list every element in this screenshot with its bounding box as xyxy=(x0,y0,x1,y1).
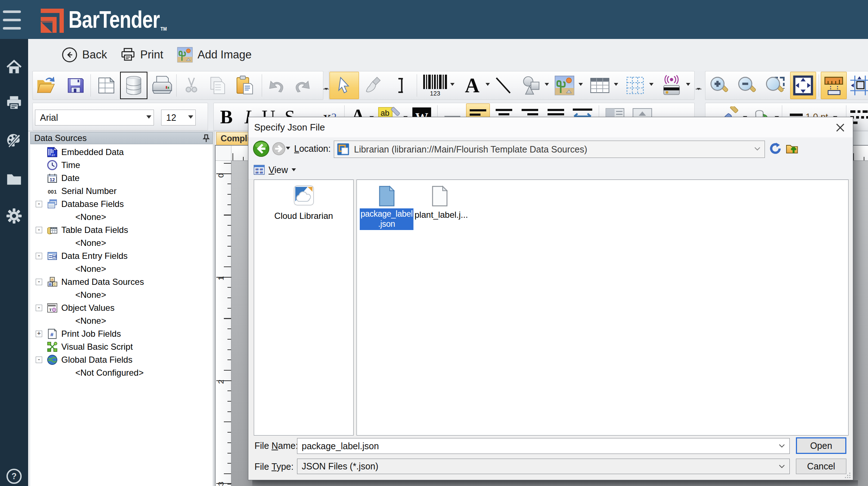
svg-text:ab: ab xyxy=(381,109,389,118)
tree-item-object-values-none[interactable]: <None> xyxy=(30,314,213,327)
file-item-package-label-json[interactable]: package_label .json xyxy=(360,186,413,230)
collapse-icon[interactable]: - xyxy=(36,305,42,311)
tree-item-serial-number[interactable]: Serial Number xyxy=(30,185,213,198)
font-family-select[interactable]: Arial xyxy=(35,110,154,125)
format-painter-button[interactable] xyxy=(362,75,387,96)
text-cursor-tool-button[interactable] xyxy=(391,75,411,96)
paste-button[interactable] xyxy=(233,75,257,96)
grid-dropdown-icon[interactable] xyxy=(649,83,654,86)
collapse-icon[interactable]: - xyxy=(36,227,42,233)
resize-grip[interactable] xyxy=(845,473,851,478)
collapse-icon[interactable]: - xyxy=(36,279,42,285)
image-tool-button[interactable] xyxy=(553,74,576,97)
cut-button[interactable] xyxy=(181,75,201,96)
tree-item-named-data-sources-none[interactable]: <None> xyxy=(30,288,213,301)
shape-tool-button[interactable] xyxy=(517,74,543,97)
folder-up-icon[interactable] xyxy=(785,142,799,155)
table-dropdown-icon[interactable] xyxy=(614,83,618,86)
location-dropdown-icon[interactable] xyxy=(754,147,760,151)
gear-icon[interactable] xyxy=(6,208,22,224)
table-tool-button[interactable] xyxy=(587,74,613,97)
collapse-icon[interactable]: - xyxy=(36,253,42,259)
location-input[interactable]: Librarian (librarian://Main/Flourish Tem… xyxy=(334,141,765,158)
close-icon[interactable] xyxy=(833,122,847,134)
barcode-dropdown-icon[interactable] xyxy=(450,83,455,86)
tree-item-embedded-data[interactable]: Embedded Data xyxy=(30,146,213,159)
visual-basic-script-icon xyxy=(47,341,58,352)
tree-item-database-fields-none[interactable]: <None> xyxy=(30,211,213,224)
home-icon[interactable] xyxy=(6,59,22,75)
tree-item-print-job-fields[interactable]: + Print Job Fields xyxy=(30,327,213,340)
font-size-select[interactable]: 12 xyxy=(161,110,196,125)
expand-icon[interactable]: + xyxy=(36,331,42,337)
cloud-librarian-item[interactable]: Cloud Librarian xyxy=(272,185,335,221)
dialog-titlebar: Specify Json File xyxy=(248,117,853,137)
print-nav-icon[interactable] xyxy=(6,95,22,111)
bartender-logo-icon xyxy=(39,7,65,34)
pin-icon[interactable] xyxy=(202,134,210,143)
redo-button[interactable] xyxy=(292,75,313,96)
measure-tool-button[interactable] xyxy=(821,72,847,99)
tree-item-global-data-fields[interactable]: - Global Data Fields xyxy=(30,353,213,366)
json-file-icon xyxy=(379,186,395,207)
barcode-tool-button[interactable]: 123 xyxy=(421,74,449,97)
hamburger-menu-icon[interactable] xyxy=(3,10,22,30)
tree-item-object-values[interactable]: - Object Values xyxy=(30,301,213,314)
tree-item-table-data-fields[interactable]: - Table Data Fields xyxy=(30,224,213,237)
nav-forward-icon[interactable] xyxy=(271,141,286,156)
tree-item-database-fields[interactable]: - Database Fields xyxy=(30,198,213,211)
folder-icon[interactable] xyxy=(6,171,22,187)
zoom-selection-button[interactable] xyxy=(762,74,787,97)
rfid-dropdown-icon[interactable] xyxy=(686,83,690,86)
layout-grid-tool-button[interactable] xyxy=(623,74,647,97)
collapse-icon[interactable]: - xyxy=(36,357,42,363)
help-icon[interactable] xyxy=(6,468,22,485)
file-name-dropdown-icon[interactable] xyxy=(779,444,785,448)
select-tool-button[interactable] xyxy=(329,72,359,99)
collapse-icon[interactable]: - xyxy=(36,201,42,207)
fit-in-window-button[interactable] xyxy=(790,72,816,99)
file-type-select[interactable]: JSON Files (*.json) xyxy=(297,459,790,474)
save-button[interactable] xyxy=(65,75,87,96)
print-document-button[interactable] xyxy=(151,75,173,96)
text-tool-button[interactable]: A xyxy=(460,74,485,97)
zoom-in-button[interactable] xyxy=(708,74,731,97)
undo-button[interactable] xyxy=(266,75,287,96)
rfid-tool-button[interactable] xyxy=(659,74,684,97)
tree-item-data-entry-fields[interactable]: - Data Entry Fields xyxy=(30,249,213,262)
bold-button[interactable]: B xyxy=(217,106,236,128)
tree-item-data-entry-fields-none[interactable]: <None> xyxy=(30,262,213,275)
nav-back-icon[interactable] xyxy=(253,140,270,157)
print-button[interactable]: Print xyxy=(120,39,163,71)
open-button[interactable] xyxy=(35,75,58,96)
nav-history-dropdown-icon[interactable] xyxy=(286,147,290,150)
copy-button[interactable] xyxy=(207,75,229,96)
shape-dropdown-icon[interactable] xyxy=(545,83,549,86)
design-palette-icon[interactable] xyxy=(6,132,22,149)
zoom-out-button[interactable] xyxy=(735,74,758,97)
line-tool-button[interactable] xyxy=(492,75,514,96)
page-setup-button[interactable] xyxy=(95,75,118,96)
file-type-dropdown-icon[interactable] xyxy=(779,465,785,468)
cancel-button[interactable]: Cancel xyxy=(796,459,846,474)
add-image-button[interactable]: Add Image xyxy=(177,39,252,71)
tree-item-visual-basic-script[interactable]: Visual Basic Script xyxy=(30,340,213,353)
serial-number-icon xyxy=(47,186,58,196)
open-button[interactable]: Open xyxy=(796,437,846,454)
back-button[interactable]: Back xyxy=(62,39,107,71)
tree-item-global-data-fields-value[interactable]: <Not Configured> xyxy=(30,366,213,379)
tree-item-table-data-fields-none[interactable]: <None> xyxy=(30,237,213,249)
image-dropdown-icon[interactable] xyxy=(579,83,583,86)
database-connection-button[interactable] xyxy=(120,72,147,99)
file-item-plant-label-json[interactable]: plant_label.j... xyxy=(415,186,465,220)
snap-to-grid-button[interactable] xyxy=(849,74,868,97)
tree-item-time[interactable]: Time xyxy=(30,159,213,172)
tree-item-date[interactable]: Date xyxy=(30,172,213,185)
file-name-input[interactable]: package_label.json xyxy=(297,438,790,454)
view-button[interactable]: View xyxy=(253,164,296,176)
text-dropdown-icon[interactable] xyxy=(486,83,490,86)
toolbar-overflow-icon-2[interactable] xyxy=(696,89,701,97)
refresh-icon[interactable] xyxy=(769,142,782,155)
toolbar-overflow-icon[interactable] xyxy=(323,89,329,97)
tree-item-named-data-sources[interactable]: - Named Data Sources xyxy=(30,275,213,288)
